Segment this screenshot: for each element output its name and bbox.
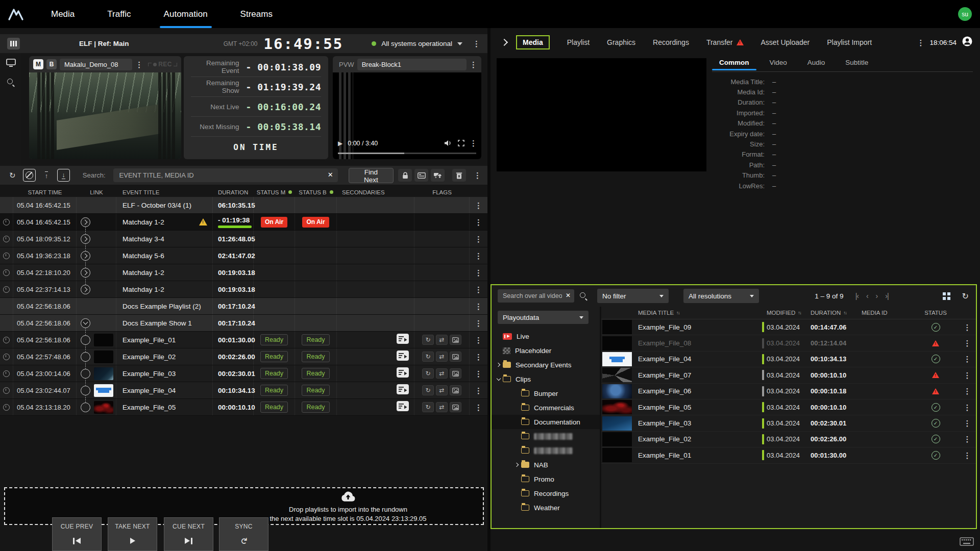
- row-menu-button[interactable]: ⋮: [964, 371, 971, 379]
- link-toggle-icon[interactable]: [81, 318, 90, 328]
- fullscreen-icon[interactable]: [458, 140, 464, 146]
- row-menu-button[interactable]: ⋮: [475, 404, 482, 411]
- row-menu-button[interactable]: ⋮: [475, 387, 482, 394]
- media-row-example-file-09[interactable]: Example_File_0903.04.202400:14:47.06✓⋮: [601, 319, 976, 335]
- media-row-example-file-08[interactable]: Example_File_0803.04.202400:12:14.04⋮: [601, 335, 976, 351]
- media-row-example-file-02[interactable]: Example_File_0203.04.202400:02:26.00✓⋮: [601, 432, 976, 447]
- loop-icon[interactable]: ↻: [422, 402, 434, 412]
- row-menu-button[interactable]: ⋮: [964, 404, 971, 411]
- no-thumbnail-icon[interactable]: [450, 335, 461, 345]
- media-row-example-file-04[interactable]: Example_File_0403.04.202400:10:34.13✓⋮: [601, 352, 976, 367]
- folder-item-nab[interactable]: NAB: [492, 458, 600, 472]
- next-page-button[interactable]: ›: [876, 292, 878, 300]
- nav-tab-media[interactable]: Media: [51, 0, 75, 28]
- id-card-icon[interactable]: [414, 169, 428, 182]
- no-thumbnail-icon[interactable]: [450, 352, 461, 362]
- folder-item-live[interactable]: Live: [492, 329, 600, 343]
- secondaries-icon[interactable]: [397, 384, 409, 396]
- transition-icon[interactable]: ⇄: [436, 335, 448, 345]
- transition-icon[interactable]: ⇄: [436, 402, 448, 412]
- folder-item-promo[interactable]: Promo: [492, 472, 600, 486]
- system-status-dropdown[interactable]: All systems operational: [372, 40, 462, 47]
- row-menu-button[interactable]: ⋮: [964, 355, 971, 363]
- col-duration[interactable]: DURATION↑↓: [811, 310, 862, 316]
- secondaries-icon[interactable]: [397, 334, 409, 346]
- scroll-to-top-icon[interactable]: ↑: [40, 169, 53, 182]
- folder-item-secondary-events[interactable]: Secondary Events: [492, 358, 600, 372]
- col-media-id[interactable]: MEDIA ID: [862, 310, 913, 316]
- media-row-example-file-03[interactable]: Example_File_0303.04.202400:02:30.01✓⋮: [601, 415, 976, 431]
- expand-icon[interactable]: [496, 363, 500, 367]
- row-menu-button[interactable]: ⋮: [964, 435, 971, 443]
- rundown-row-matchday-1-2[interactable]: 05.04 22:18:10.20Matchday 1-200:19:03.18…: [0, 264, 487, 281]
- folder-item-bumper[interactable]: Bumper: [492, 386, 600, 400]
- media-tab-asset-uploader[interactable]: Asset Uploader: [761, 38, 810, 46]
- header-menu-button[interactable]: ⋮: [473, 40, 480, 47]
- rundown-row-example-file-04[interactable]: 05.04 23:02:44.07Example_File_0400:10:34…: [0, 382, 487, 399]
- row-menu-button[interactable]: ⋮: [475, 319, 482, 327]
- row-menu-button[interactable]: ⋮: [475, 235, 482, 243]
- cue-next-button[interactable]: CUE NEXT: [164, 517, 213, 551]
- layout-grid-button[interactable]: [7, 38, 20, 49]
- no-thumbnail-icon[interactable]: [450, 385, 461, 395]
- no-thumbnail-icon[interactable]: [450, 402, 461, 412]
- folder-item-placeholder[interactable]: Placeholder: [492, 343, 600, 358]
- row-menu-button[interactable]: ⋮: [964, 452, 971, 459]
- col-start-time[interactable]: START TIME: [13, 189, 77, 195]
- last-page-button[interactable]: ›|: [885, 292, 888, 300]
- transfer-truck-icon[interactable]: [431, 169, 445, 182]
- col-media-title[interactable]: MEDIA TITLE↑↓: [633, 310, 760, 316]
- take-next-button[interactable]: TAKE NEXT: [108, 517, 157, 551]
- row-menu-button[interactable]: ⋮: [475, 218, 482, 226]
- rundown-row-example-file-05[interactable]: 05.04 23:13:18.20Example_File_0500:00:10…: [0, 399, 487, 416]
- col-event-title[interactable]: EVENT TITLE: [116, 189, 213, 195]
- search-row-menu[interactable]: ⋮: [474, 171, 481, 179]
- row-menu-button[interactable]: ⋮: [475, 269, 482, 277]
- meta-tab-video[interactable]: Video: [765, 58, 792, 69]
- lock-icon[interactable]: [398, 169, 412, 182]
- nav-tab-automation[interactable]: Automation: [164, 0, 208, 28]
- link-toggle-icon[interactable]: [81, 352, 90, 362]
- account-icon[interactable]: [962, 36, 973, 49]
- row-menu-button[interactable]: ⋮: [475, 286, 482, 293]
- col-duration[interactable]: DURATION: [213, 189, 254, 195]
- nav-tab-traffic[interactable]: Traffic: [107, 0, 131, 28]
- rundown-search-input[interactable]: [113, 168, 338, 182]
- row-menu-button[interactable]: ⋮: [475, 202, 482, 209]
- col-flags[interactable]: FLAGS: [414, 189, 470, 195]
- link-toggle-icon[interactable]: [81, 335, 90, 345]
- no-thumbnail-icon[interactable]: [450, 368, 461, 379]
- link-toggle-icon[interactable]: [81, 268, 90, 278]
- transition-icon[interactable]: ⇄: [436, 352, 448, 362]
- nav-tab-streams[interactable]: Streams: [240, 0, 273, 28]
- col-modified[interactable]: MODIFIED↑↓: [767, 310, 811, 316]
- filter-dropdown[interactable]: No filter: [597, 289, 669, 303]
- panel-menu-button[interactable]: ⋮: [917, 39, 924, 46]
- folder-item-commercials[interactable]: Commercials: [492, 400, 600, 415]
- sort-icon[interactable]: ↑↓: [676, 310, 679, 315]
- prev-page-button[interactable]: ‹: [866, 292, 868, 300]
- media-tab-playlist[interactable]: Playlist: [567, 38, 590, 46]
- media-row-example-file-07[interactable]: Example_File_0703.04.202400:00:10.10⋮: [601, 367, 976, 383]
- col-status[interactable]: STATUS: [913, 310, 959, 316]
- backup-badge[interactable]: B: [46, 59, 57, 69]
- rundown-row-docs-example-playlist-2[interactable]: 05.04 22:56:18.06Docs Example Playlist (…: [0, 298, 487, 315]
- grid-view-icon[interactable]: [943, 292, 950, 300]
- rundown-row-matchday-1-2[interactable]: 05.04 22:37:14.13Matchday 1-200:19:03.18…: [0, 281, 487, 298]
- main-badge[interactable]: M: [33, 59, 43, 69]
- folder-item-redacted[interactable]: [492, 429, 600, 443]
- transition-icon[interactable]: ⇄: [436, 385, 448, 395]
- media-row-example-file-05[interactable]: Example_File_0503.04.202400:00:10.10✓⋮: [601, 399, 976, 415]
- folder-item-weather[interactable]: Weather: [492, 500, 600, 515]
- rundown-row-matchday-1-2[interactable]: 05.04 16:45:42.15Matchday 1-2- 01:19:38O…: [0, 214, 487, 231]
- transition-icon[interactable]: ⇄: [436, 368, 448, 379]
- delete-icon[interactable]: [452, 169, 466, 182]
- refresh-icon[interactable]: ↻: [962, 291, 969, 301]
- sort-icon[interactable]: ↑↓: [843, 310, 846, 315]
- media-tab-recordings[interactable]: Recordings: [653, 38, 689, 46]
- row-menu-button[interactable]: ⋮: [964, 387, 971, 395]
- folder-item-documentation[interactable]: Documentation: [492, 415, 600, 429]
- makalu-logo-icon[interactable]: [7, 6, 24, 23]
- folder-item-recordings[interactable]: Recordings: [492, 486, 600, 500]
- clear-search-icon[interactable]: ✕: [328, 171, 333, 179]
